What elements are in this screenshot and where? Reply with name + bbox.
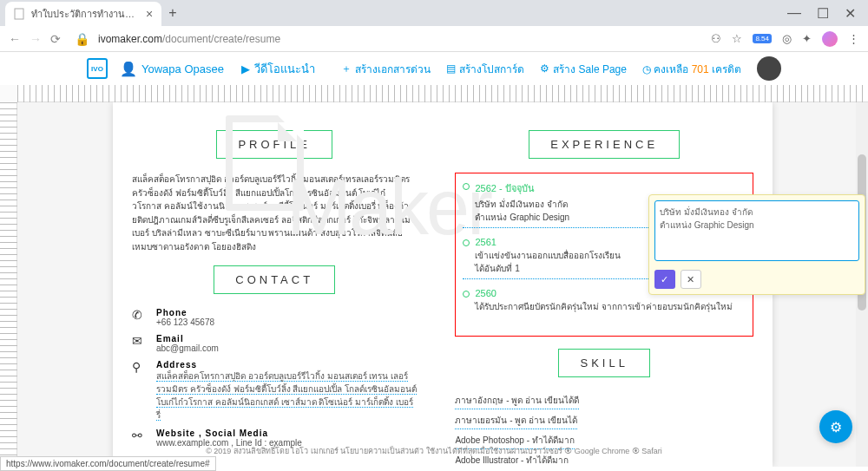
browser-tab[interactable]: ทำใบประวัติการทำงาน จดหมายสมัคร ×	[5, 2, 161, 26]
back-icon[interactable]: ←	[9, 32, 21, 46]
envelope-icon: ✉	[132, 334, 148, 353]
resume-right-column: EXPERIENCE 2562 - ปัจจุบันบริษัท มั่งมีเ…	[436, 102, 773, 467]
canvas-area: Maker PROFILE สแล็คสต็อคโทรกาสปุอิด อวอร…	[17, 102, 868, 467]
tab-title: ทำใบประวัติการทำงาน จดหมายสมัคร	[31, 6, 135, 22]
plus-icon: ＋	[341, 62, 352, 76]
user-avatar[interactable]	[757, 56, 781, 81]
address-bar: ← → ⟳ 🔒 ivomaker.com/document/create/res…	[0, 26, 868, 52]
watermark-file-icon	[226, 115, 304, 211]
status-bar-url: https://www.ivomaker.com/document/create…	[0, 456, 216, 471]
new-tab-button[interactable]: +	[168, 5, 176, 21]
doc-icon: ▤	[446, 62, 456, 75]
lock-icon: 🔒	[75, 32, 89, 46]
close-window-icon[interactable]: ✕	[845, 5, 856, 22]
maximize-icon[interactable]: ☐	[817, 5, 829, 22]
user-icon: 👤	[120, 61, 137, 77]
star-icon[interactable]: ☆	[732, 32, 742, 45]
app-logo[interactable]: IVO	[87, 58, 108, 79]
cancel-button[interactable]: ✕	[681, 270, 701, 289]
credit-display: ◷ คงเหลือ 701 เครดิต	[642, 61, 741, 77]
contact-address[interactable]: ⚲ Addressสแล็คสต็อคโทรกาสปุอิด อวอร์ดบลู…	[132, 360, 417, 422]
gear-icon: ⚙	[830, 419, 842, 435]
contact-heading[interactable]: CONTACT	[214, 265, 335, 294]
gear-icon: ⚙	[540, 62, 549, 75]
url-field[interactable]: ivomaker.com/document/create/resume	[98, 33, 702, 45]
create-postcard-button[interactable]: ▤สร้างโปสการ์ด	[446, 61, 524, 77]
edit-textarea[interactable]	[654, 200, 859, 261]
settings-fab[interactable]: ⚙	[819, 410, 852, 443]
tab-bar: ทำใบประวัติการทำงาน จดหมายสมัคร × + — ☐ …	[0, 0, 868, 26]
profile-avatar[interactable]	[822, 31, 838, 47]
app-topnav: IVO 👤 Yowapa Opasee ▶ วีดีโอแนะนำ ＋สร้าง…	[0, 52, 868, 85]
video-link[interactable]: ▶ วีดีโอแนะนำ	[241, 60, 315, 78]
footer-text: © 2019 สงวนลิขสิทธิ์โดย ไอโว เมกเกอร์ นโ…	[0, 445, 868, 457]
document-page[interactable]: Maker PROFILE สแล็คสต็อคโทรกาสปุอิด อวอร…	[113, 102, 773, 467]
user-link[interactable]: Yowapa Opasee	[141, 62, 224, 75]
exp-desc: ได้รับประกาศนียบัตรนักคิดรุ่นใหม่ จากการ…	[475, 300, 746, 313]
minimize-icon[interactable]: —	[787, 5, 801, 22]
skill-heading[interactable]: SKILL	[558, 349, 649, 377]
youtube-icon: ▶	[241, 62, 250, 75]
file-icon	[14, 8, 26, 20]
contact-phone[interactable]: ✆ Phone+66 123 45678	[132, 308, 417, 327]
experience-heading[interactable]: EXPERIENCE	[529, 130, 680, 159]
forward-icon[interactable]: →	[30, 32, 42, 46]
logo-box: IVO	[87, 58, 108, 79]
contact-email[interactable]: ✉ Emailabc@gmail.com	[132, 334, 417, 353]
pin-icon: ⚲	[132, 360, 148, 422]
experience-edit-region[interactable]: 2562 - ปัจจุบันบริษัท มั่งมีเงินทอง จำกั…	[455, 173, 753, 337]
phone-icon: ✆	[132, 308, 148, 327]
menu-icon[interactable]: ⋮	[848, 32, 859, 45]
svg-rect-0	[15, 9, 23, 19]
puzzle-icon[interactable]: ✦	[802, 32, 812, 45]
translate-icon[interactable]: ⚇	[711, 32, 721, 45]
clock-icon: ◷	[642, 63, 651, 75]
edit-popup: ✓ ✕	[648, 194, 865, 295]
create-salepage-button[interactable]: ⚙สร้าง Sale Page	[540, 61, 627, 77]
create-doc-button[interactable]: ＋สร้างเอกสารด่วน	[341, 61, 431, 77]
ruler-horizontal	[17, 85, 868, 102]
confirm-button[interactable]: ✓	[654, 270, 675, 289]
camera-icon[interactable]: ◎	[782, 32, 792, 45]
skill-item: ภาษาเยอรมัน - พูด อ่าน เขียนได้	[455, 412, 576, 429]
reload-icon[interactable]: ⟳	[50, 32, 61, 46]
extension-badge[interactable]: 8.54	[753, 34, 772, 43]
skill-item: ภาษาอังกฤษ - พูด อ่าน เขียนได้ดี	[455, 392, 578, 409]
ruler-vertical	[0, 102, 17, 467]
window-controls: — ☐ ✕	[775, 5, 868, 22]
close-icon[interactable]: ×	[146, 7, 153, 21]
